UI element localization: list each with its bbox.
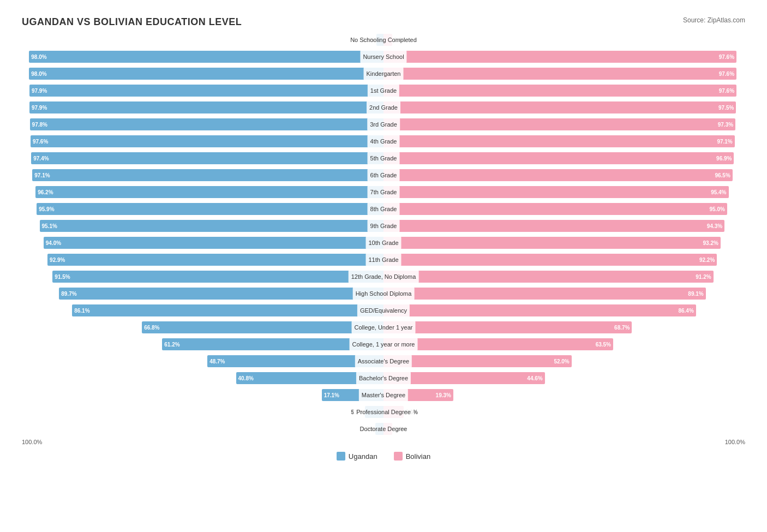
legend-box-ugandan xyxy=(337,452,345,461)
left-bar-value: 40.8% xyxy=(238,375,254,381)
bar-row: 94.0%93.2%10th Grade xyxy=(22,235,745,250)
left-bar-value: 17.1% xyxy=(324,392,339,398)
right-bar-value: 63.5% xyxy=(596,342,611,348)
left-bar-value: 97.9% xyxy=(32,88,47,94)
left-bar-value: 91.5% xyxy=(55,274,70,280)
bar-row: 97.9%97.5%2nd Grade xyxy=(22,100,745,115)
legend: Ugandan Bolivian xyxy=(22,452,745,461)
left-bar-value: 97.8% xyxy=(32,122,47,128)
bar-row: 98.0%97.6%Kindergarten xyxy=(22,66,745,81)
bar-row: 17.1%19.3%Master's Degree xyxy=(22,387,745,403)
bar-row: 2.2%2.4%Doctorate Degree xyxy=(22,421,745,437)
right-bar-value: 92.2% xyxy=(699,257,715,263)
chart-area: 2.0%2.4%No Schooling Completed98.0%97.6%… xyxy=(22,32,745,437)
bottom-right-label: 100.0% xyxy=(725,439,745,445)
right-bar-value: 89.1% xyxy=(688,291,703,297)
right-bar-value: 97.6% xyxy=(719,71,734,77)
bar-row: 2.0%2.4%No Schooling Completed xyxy=(22,32,745,47)
right-bar-value: 68.7% xyxy=(614,325,630,331)
right-bar-value: 44.6% xyxy=(527,375,542,381)
left-bar-value: 94.0% xyxy=(46,240,61,246)
left-bar-value: 48.7% xyxy=(209,358,225,364)
bar-row: 66.8%68.7%College, Under 1 year xyxy=(22,320,745,335)
legend-label-bolivian: Bolivian xyxy=(406,452,431,461)
bar-row: 97.9%97.6%1st Grade xyxy=(22,83,745,98)
left-bar-value: 95.9% xyxy=(39,206,54,212)
bar-row: 95.9%95.0%8th Grade xyxy=(22,201,745,217)
right-bar-value: 94.3% xyxy=(707,223,722,229)
right-bar-value: 97.6% xyxy=(719,88,734,94)
legend-label-ugandan: Ugandan xyxy=(349,452,377,461)
right-bar-value: 95.0% xyxy=(709,206,724,212)
left-bar-value: 92.9% xyxy=(50,257,65,263)
bar-row: 98.0%97.6%Nursery School xyxy=(22,49,745,64)
bar-row: 97.6%97.1%4th Grade xyxy=(22,134,745,149)
right-bar-value: 5.6% xyxy=(405,409,418,415)
bar-row: 48.7%52.0%Associate's Degree xyxy=(22,354,745,369)
legend-box-bolivian xyxy=(394,452,403,461)
left-bar-value: 5.1% xyxy=(351,409,363,415)
bottom-labels: 100.0% 100.0% xyxy=(22,439,745,445)
right-bar-value: 97.3% xyxy=(718,122,733,128)
legend-item-ugandan: Ugandan xyxy=(337,452,377,461)
bar-row: 97.4%96.9%5th Grade xyxy=(22,151,745,166)
left-bar-value: 97.4% xyxy=(33,156,49,162)
right-bar-value: 91.2% xyxy=(696,274,711,280)
left-bar-value: 97.6% xyxy=(33,139,48,145)
right-bar-value: 86.4% xyxy=(678,308,693,314)
legend-item-bolivian: Bolivian xyxy=(394,452,431,461)
left-bar-value: 66.8% xyxy=(144,325,159,331)
bar-row: 92.9%92.2%11th Grade xyxy=(22,252,745,267)
right-bar-value: 19.3% xyxy=(436,392,451,398)
bar-row: 97.8%97.3%3rd Grade xyxy=(22,117,745,132)
left-bar-value: 96.2% xyxy=(38,189,53,195)
right-bar-value: 97.5% xyxy=(718,105,734,111)
bar-row: 86.1%86.4%GED/Equivalency xyxy=(22,303,745,318)
left-bar-value: 95.1% xyxy=(42,223,57,229)
left-bar-value: 97.1% xyxy=(34,172,50,178)
chart-title: UGANDAN VS BOLIVIAN EDUCATION LEVEL xyxy=(22,16,242,28)
left-bar-value: 97.9% xyxy=(32,105,47,111)
bar-row: 40.8%44.6%Bachelor's Degree xyxy=(22,370,745,386)
right-bar-value: 95.4% xyxy=(711,189,726,195)
bar-row: 97.1%96.5%6th Grade xyxy=(22,168,745,183)
left-bar-value: 61.2% xyxy=(164,342,179,348)
right-bar-value: 2.4% xyxy=(394,426,406,432)
bar-row: 89.7%89.1%High School Diploma xyxy=(22,286,745,301)
right-bar-value: 2.4% xyxy=(394,37,406,43)
bottom-left-label: 100.0% xyxy=(22,439,42,445)
right-bar-value: 97.1% xyxy=(717,139,732,145)
left-bar-value: 98.0% xyxy=(31,71,46,77)
right-bar-value: 96.5% xyxy=(715,172,730,178)
bar-row: 96.2%95.4%7th Grade xyxy=(22,184,745,200)
left-bar-value: 98.0% xyxy=(31,54,46,60)
right-bar-value: 52.0% xyxy=(554,358,569,364)
chart-container: UGANDAN VS BOLIVIAN EDUCATION LEVEL Sour… xyxy=(11,11,756,477)
bar-row: 95.1%94.3%9th Grade xyxy=(22,218,745,234)
left-bar-value: 2.0% xyxy=(362,37,375,43)
right-bar-value: 97.6% xyxy=(719,54,734,60)
source-text: Source: ZipAtlas.com xyxy=(683,16,745,24)
bar-row: 5.1%5.6%Professional Degree xyxy=(22,404,745,420)
bar-row: 61.2%63.5%College, 1 year or more xyxy=(22,337,745,352)
right-bar-value: 96.9% xyxy=(716,156,732,162)
right-bar-value: 93.2% xyxy=(703,240,718,246)
left-bar-value: 89.7% xyxy=(61,291,76,297)
left-bar-value: 2.2% xyxy=(362,426,374,432)
bar-row: 91.5%91.2%12th Grade, No Diploma xyxy=(22,269,745,284)
left-bar-value: 86.1% xyxy=(74,308,89,314)
